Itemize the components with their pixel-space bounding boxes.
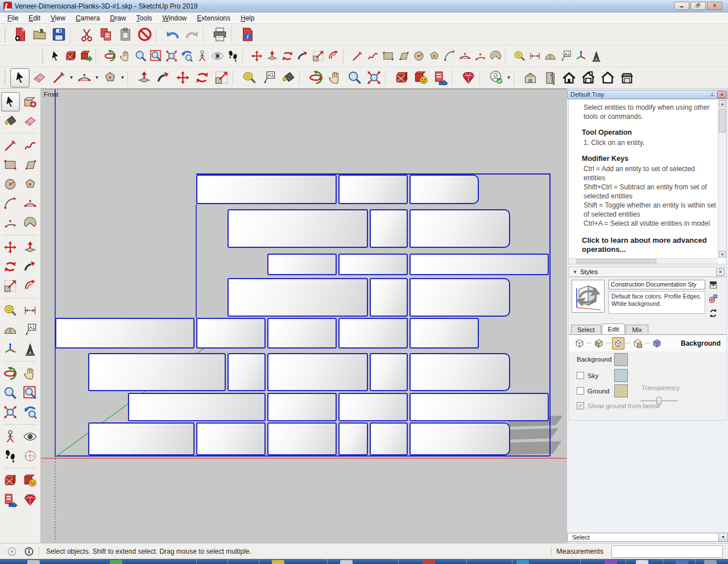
print-icon[interactable] bbox=[210, 25, 229, 44]
menu-view[interactable]: View bbox=[46, 13, 71, 23]
share-model-icon[interactable] bbox=[78, 48, 94, 64]
hscrollbar-thumb[interactable] bbox=[577, 259, 656, 263]
menu-draw[interactable]: Draw bbox=[105, 13, 131, 23]
pie-icon[interactable] bbox=[21, 213, 40, 233]
orbit-icon[interactable] bbox=[306, 68, 325, 88]
freehand-icon[interactable] bbox=[365, 48, 380, 64]
create-style-icon[interactable] bbox=[708, 293, 719, 305]
styles-select-dropdown[interactable]: Select ▼ bbox=[567, 533, 728, 542]
axes-icon[interactable] bbox=[1, 339, 20, 359]
style-name-field[interactable]: Construction Documentation Sty bbox=[609, 280, 705, 289]
offset-icon[interactable] bbox=[326, 48, 341, 64]
three-point-arc-icon[interactable] bbox=[1, 213, 20, 233]
ground-checkbox[interactable] bbox=[577, 387, 584, 395]
paint-bucket-icon[interactable] bbox=[1, 111, 20, 131]
measurements-input[interactable] bbox=[611, 545, 723, 558]
line-icon[interactable] bbox=[49, 68, 68, 88]
scrollbar-thumb[interactable] bbox=[719, 109, 726, 132]
plank[interactable] bbox=[88, 422, 195, 455]
select-icon[interactable] bbox=[48, 48, 63, 64]
menu-tools[interactable]: Tools bbox=[131, 13, 158, 23]
plank[interactable] bbox=[196, 175, 337, 204]
plank[interactable] bbox=[338, 254, 408, 275]
zoom-icon[interactable] bbox=[1, 383, 20, 403]
account-dropdown-icon[interactable]: ▼ bbox=[506, 75, 512, 80]
styles-close-icon[interactable]: ✕ bbox=[716, 268, 725, 276]
zoom-extents-icon[interactable] bbox=[1, 403, 20, 422]
plank[interactable] bbox=[410, 209, 510, 248]
taskbar-app-icon[interactable] bbox=[423, 560, 435, 564]
zoom-extents-icon[interactable] bbox=[164, 48, 179, 64]
zoom-icon[interactable] bbox=[133, 48, 148, 64]
rectangle-icon[interactable] bbox=[1, 155, 20, 175]
text-icon[interactable]: A1 bbox=[21, 320, 40, 339]
slider-thumb[interactable] bbox=[656, 397, 661, 405]
menu-file[interactable]: File bbox=[2, 13, 23, 23]
paint-bucket-icon[interactable] bbox=[278, 68, 297, 88]
tape-measure-icon[interactable] bbox=[512, 48, 527, 64]
push-pull-icon[interactable] bbox=[264, 48, 280, 64]
move-icon[interactable] bbox=[1, 238, 20, 257]
save-icon[interactable] bbox=[49, 25, 68, 44]
shapes-dropdown-icon[interactable]: ▼ bbox=[119, 75, 126, 80]
rectangle-icon[interactable] bbox=[380, 48, 396, 64]
plank[interactable] bbox=[267, 393, 337, 421]
style-thumbnail[interactable] bbox=[572, 280, 605, 313]
windows-taskbar[interactable] bbox=[0, 559, 728, 564]
text-icon[interactable]: A1 bbox=[259, 68, 278, 88]
extension-warehouse-icon[interactable] bbox=[21, 490, 40, 509]
look-around-icon[interactable] bbox=[21, 427, 40, 446]
scale-icon[interactable] bbox=[1, 276, 20, 296]
scroll-down-icon[interactable]: ▼ bbox=[719, 251, 726, 258]
plank[interactable] bbox=[196, 318, 266, 349]
protractor-icon[interactable] bbox=[1, 320, 20, 339]
secondary-pane-icon[interactable] bbox=[708, 280, 719, 291]
push-pull-icon[interactable] bbox=[21, 238, 40, 257]
redo-icon[interactable] bbox=[182, 25, 201, 44]
freehand-icon[interactable] bbox=[21, 136, 40, 155]
geolocation-icon[interactable] bbox=[7, 546, 17, 557]
zoom-previous-icon[interactable] bbox=[21, 403, 40, 422]
plank[interactable] bbox=[370, 422, 408, 455]
extension-warehouse-icon[interactable] bbox=[458, 68, 478, 88]
rotate-icon[interactable] bbox=[1, 257, 20, 276]
scale-icon[interactable] bbox=[212, 68, 231, 88]
tape-measure-icon[interactable] bbox=[1, 301, 20, 320]
rotate-icon[interactable] bbox=[192, 68, 212, 88]
plank[interactable] bbox=[370, 353, 408, 391]
advanced-operations-link[interactable]: Click to learn about more advanced opera… bbox=[582, 236, 717, 254]
menu-help[interactable]: Help bbox=[235, 13, 260, 23]
two-point-arc-icon[interactable] bbox=[21, 194, 40, 213]
plank[interactable] bbox=[267, 318, 337, 349]
plank[interactable] bbox=[410, 175, 479, 204]
zoom-icon[interactable] bbox=[345, 68, 364, 88]
rotate-icon[interactable] bbox=[280, 48, 295, 64]
component-shed-icon[interactable] bbox=[617, 68, 636, 88]
scale-icon[interactable] bbox=[311, 48, 326, 64]
follow-me-icon[interactable] bbox=[154, 68, 173, 88]
line-dropdown-icon[interactable]: ▼ bbox=[68, 75, 75, 80]
circle-icon[interactable] bbox=[411, 48, 427, 64]
make-component-icon[interactable] bbox=[21, 92, 40, 111]
polygon-icon[interactable] bbox=[427, 48, 442, 64]
maximize-button[interactable]: 🗗 bbox=[690, 2, 706, 10]
ground-color-swatch[interactable] bbox=[614, 384, 628, 397]
toolbar-grip[interactable] bbox=[5, 27, 7, 42]
menu-edit[interactable]: Edit bbox=[23, 13, 46, 23]
style-description-field[interactable]: Default face colors. Profile Edges. Whit… bbox=[609, 291, 705, 314]
two-point-arc-icon[interactable] bbox=[457, 48, 473, 64]
sky-color-swatch[interactable] bbox=[614, 369, 628, 382]
line-icon[interactable] bbox=[1, 136, 20, 155]
pie-icon[interactable] bbox=[488, 48, 503, 64]
three-point-arc-icon[interactable] bbox=[473, 48, 488, 64]
undo-icon[interactable] bbox=[163, 25, 182, 44]
menu-extensions[interactable]: Extensions bbox=[192, 13, 235, 23]
background-color-swatch[interactable] bbox=[614, 353, 628, 366]
plank[interactable] bbox=[410, 353, 510, 391]
walk-icon[interactable] bbox=[225, 48, 241, 64]
transparency-slider[interactable] bbox=[640, 397, 678, 405]
modeling-settings-icon[interactable] bbox=[651, 337, 663, 350]
plank[interactable] bbox=[228, 278, 368, 317]
arcs-icon[interactable] bbox=[75, 68, 94, 88]
plank[interactable] bbox=[410, 393, 549, 421]
